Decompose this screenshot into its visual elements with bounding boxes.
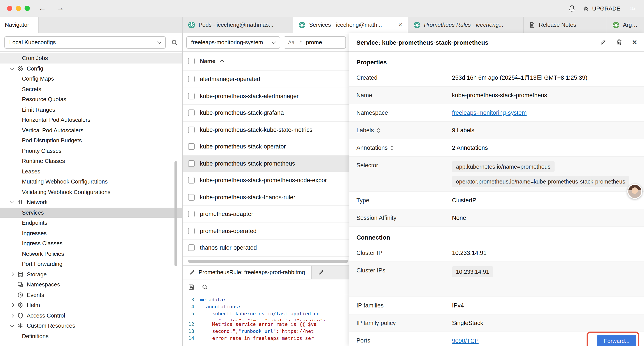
sidebar-item-mutating-webhook-configurations[interactable]: Mutating Webhook Configurations [0, 177, 182, 187]
table-row[interactable]: kube-prometheus-stack-alertmanager [183, 88, 350, 105]
sidebar-item-events[interactable]: Events [0, 290, 182, 300]
sidebar-item-horizontal-pod-autoscalers[interactable]: Horizontal Pod Autoscalers [0, 115, 182, 125]
sidebar-item-leases[interactable]: Leases [0, 166, 182, 177]
sidebar-item-storage[interactable]: Storage [0, 269, 182, 280]
horizontal-scrollbar[interactable] [188, 260, 348, 263]
row-checkbox[interactable] [188, 93, 195, 99]
sidebar-item-priority-classes[interactable]: Priority Classes [0, 146, 182, 156]
table-row[interactable]: kube-prometheus-stack-prometheus-node-ex… [183, 172, 350, 189]
sidebar-item-ingresses[interactable]: Ingresses [0, 228, 182, 238]
yaml-editor-tab[interactable]: PrometheusRule: freeleaps-prod-rabbitmq [183, 266, 312, 279]
sidebar-item-vertical-pod-autoscalers[interactable]: Vertical Pod Autoscalers [0, 125, 182, 135]
row-checkbox[interactable] [188, 177, 195, 184]
sidebar-item-config-maps[interactable]: Config Maps [0, 74, 182, 84]
sidebar-item-resource-quotas[interactable]: Resource Quotas [0, 94, 182, 104]
kubeconfig-selector[interactable]: Local Kubeconfigs [4, 36, 166, 48]
sidebar-item-port-forwarding[interactable]: Port Forwarding [0, 259, 182, 269]
table-row[interactable]: alertmanager-operated [183, 71, 350, 88]
table-row[interactable]: prometheus-operated [183, 223, 350, 240]
sidebar-item-limit-ranges[interactable]: Limit Ranges [0, 104, 182, 115]
table-row[interactable]: kube-prometheus-stack-kube-state-metrics [183, 122, 350, 138]
sidebar-item-access-control[interactable]: Access Control [0, 310, 182, 321]
chevron-down-icon[interactable] [10, 323, 14, 327]
back-icon[interactable]: ← [38, 4, 46, 13]
property-value: 253d 16h 6m ago (2025年1月13日 GMT+8 1:25:3… [452, 74, 588, 82]
forward-icon[interactable]: → [56, 4, 64, 13]
upgrade-chevrons-icon [582, 5, 589, 11]
drawer-title: Service: kube-prometheus-stack-prometheu… [356, 39, 488, 46]
sidebar-item-secrets[interactable]: Secrets [0, 84, 182, 94]
sidebar-item-pod-disruption-budgets[interactable]: Pod Disruption Budgets [0, 135, 182, 146]
name-column-header[interactable]: Name [200, 58, 216, 64]
match-case-toggle[interactable]: Aa [288, 39, 294, 45]
row-checkbox[interactable] [188, 194, 195, 201]
expand-collapse-icon[interactable] [390, 145, 394, 150]
sidebar-search-icon[interactable] [171, 39, 178, 46]
chevron-right-icon[interactable] [10, 313, 14, 318]
chevron-right-icon[interactable] [10, 303, 14, 308]
editor-search-icon[interactable] [202, 284, 208, 290]
close-icon[interactable]: × [632, 38, 637, 46]
chevron-down-icon[interactable] [10, 66, 14, 70]
row-checkbox[interactable] [188, 76, 195, 82]
edit-icon[interactable] [600, 39, 606, 45]
sidebar-item-custom-resources[interactable]: Custom Resources [0, 321, 182, 331]
sidebar-item-validating-webhook-configurations[interactable]: Validating Webhook Configurations [0, 187, 182, 197]
port-link[interactable]: 9090/TCP [452, 338, 479, 344]
table-row[interactable]: prometheus-adapter [183, 206, 350, 223]
navigator-tab[interactable]: Navigator [0, 17, 38, 33]
save-icon[interactable] [188, 284, 195, 290]
property-value: 2 Annotations [452, 145, 488, 151]
notification-badge[interactable]: 15 [627, 3, 637, 13]
row-checkbox[interactable] [188, 228, 195, 234]
upgrade-button[interactable]: UPGRADE [582, 5, 620, 11]
tab-services-icecheng-math-[interactable]: Services - icecheng@math...× [293, 17, 408, 33]
chevron-right-icon[interactable] [10, 272, 14, 277]
select-all-checkbox[interactable] [188, 58, 195, 64]
sidebar-scrollbar[interactable] [174, 161, 177, 266]
table-row[interactable]: kube-prometheus-stack-operator [183, 138, 350, 155]
sidebar-item-ingress-classes[interactable]: Ingress Classes [0, 238, 182, 249]
tab-pods-icecheng-mathmas-[interactable]: Pods - icecheng@mathmas... [183, 17, 293, 33]
sidebar-item-config[interactable]: Config [0, 63, 182, 74]
table-row[interactable]: kube-prometheus-stack-thanos-ruler [183, 189, 350, 206]
yaml-editor[interactable]: 3metadata:4annotations:5kubectl.kubernet… [183, 295, 350, 346]
sidebar-item-cron-jobs[interactable]: Cron Jobs [0, 53, 182, 63]
close-tab-icon[interactable]: × [398, 21, 402, 28]
row-checkbox[interactable] [188, 245, 195, 251]
sidebar-item-helm[interactable]: Helm [0, 300, 182, 310]
regex-toggle[interactable]: .* [298, 39, 302, 45]
bell-icon[interactable] [568, 4, 576, 12]
minimize-window-button[interactable] [16, 6, 21, 11]
sidebar-item-endpoints[interactable]: Endpoints [0, 218, 182, 228]
user-avatar[interactable] [627, 184, 642, 199]
row-checkbox[interactable] [188, 143, 195, 150]
tab-release-notes[interactable]: Release Notes [524, 17, 607, 33]
table-row[interactable]: thanos-ruler-operated [183, 240, 350, 256]
sidebar-item-services[interactable]: Services [0, 207, 182, 218]
trash-icon[interactable] [616, 39, 622, 45]
table-row[interactable]: kube-prometheus-stack-prometheus [183, 155, 350, 172]
sidebar-item-network-policies[interactable]: Network Policies [0, 249, 182, 259]
forward-button[interactable]: Forward... [597, 335, 636, 346]
tab-prometheus-rules-icecheng-[interactable]: Prometheus Rules - icecheng... [408, 17, 524, 33]
sidebar-item-network[interactable]: Network [0, 197, 182, 207]
yaml-editor-tab-partial[interactable] [312, 266, 350, 279]
row-checkbox[interactable] [188, 211, 195, 217]
namespace-link[interactable]: freeleaps-monitoring-system [452, 109, 527, 116]
property-label: Type [356, 197, 452, 204]
list-search-input[interactable]: Aa .* prome [284, 36, 346, 48]
row-checkbox[interactable] [188, 127, 195, 133]
row-checkbox[interactable] [188, 110, 195, 116]
expand-collapse-icon[interactable] [376, 128, 380, 133]
namespace-selector[interactable]: freeleaps-monitoring-system [186, 36, 280, 48]
tab-argo-s[interactable]: Argo S [607, 17, 644, 33]
table-row[interactable]: kube-prometheus-stack-grafana [183, 105, 350, 122]
sidebar-item-runtime-classes[interactable]: Runtime Classes [0, 156, 182, 166]
sidebar-item-definitions[interactable]: Definitions [0, 331, 182, 341]
chevron-down-icon[interactable] [10, 200, 14, 204]
zoom-window-button[interactable] [24, 6, 30, 11]
close-window-button[interactable] [7, 6, 12, 11]
sidebar-item-namespaces[interactable]: Namespaces [0, 280, 182, 290]
row-checkbox[interactable] [188, 160, 195, 167]
